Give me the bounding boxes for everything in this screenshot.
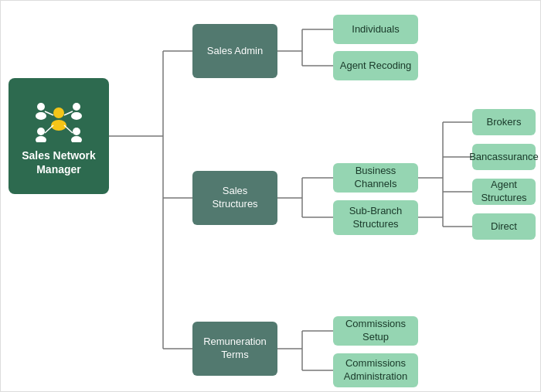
commissions-setup-label: Commissions Setup [339, 318, 412, 344]
remuneration-terms-node[interactable]: Remuneration Terms [192, 322, 277, 376]
bancassurance-node[interactable]: Bancassurance [472, 144, 536, 170]
commissions-administration-node[interactable]: Commissions Administration [333, 353, 418, 387]
svg-point-27 [36, 112, 46, 120]
direct-node[interactable]: Direct [472, 213, 536, 240]
snm-label: Sales Network Manager [15, 148, 103, 176]
svg-point-30 [37, 128, 45, 135]
svg-point-24 [53, 107, 64, 118]
sub-branch-structures-label: Sub-Branch Structures [339, 205, 412, 231]
svg-line-35 [64, 111, 73, 115]
agent-recoding-label: Agent Recoding [340, 60, 412, 73]
svg-point-32 [73, 128, 80, 135]
svg-point-29 [71, 112, 82, 120]
agent-recoding-node[interactable]: Agent Recoding [333, 51, 418, 80]
svg-point-33 [71, 136, 82, 142]
network-icon [32, 96, 86, 142]
remuneration-terms-label: Remuneration Terms [199, 336, 271, 362]
business-channels-label: Business Channels [339, 165, 412, 191]
sales-structures-node[interactable]: Sales Structures [192, 171, 277, 225]
svg-point-26 [37, 103, 45, 111]
svg-point-31 [36, 136, 46, 142]
brokers-label: Brokers [487, 116, 522, 129]
direct-label: Direct [491, 220, 517, 233]
commissions-administration-label: Commissions Administration [339, 357, 412, 383]
svg-line-34 [45, 111, 53, 115]
business-channels-node[interactable]: Business Channels [333, 163, 418, 193]
sales-admin-node[interactable]: Sales Admin [192, 24, 277, 78]
svg-line-37 [64, 125, 73, 133]
sales-network-manager-node[interactable]: Sales Network Manager [9, 78, 109, 194]
individuals-label: Individuals [352, 23, 399, 36]
diagram-container: Sales Network Manager Sales Admin Indivi… [0, 0, 541, 392]
svg-line-36 [45, 125, 53, 133]
sub-branch-structures-node[interactable]: Sub-Branch Structures [333, 200, 418, 235]
agent-structures-label: Agent Structures [478, 179, 529, 205]
sales-admin-label: Sales Admin [207, 45, 263, 58]
commissions-setup-node[interactable]: Commissions Setup [333, 316, 418, 346]
individuals-node[interactable]: Individuals [333, 15, 418, 44]
brokers-node[interactable]: Brokers [472, 109, 536, 135]
sales-structures-label: Sales Structures [199, 185, 271, 211]
agent-structures-node[interactable]: Agent Structures [472, 179, 536, 205]
bancassurance-label: Bancassurance [469, 151, 539, 164]
svg-point-28 [73, 103, 80, 111]
